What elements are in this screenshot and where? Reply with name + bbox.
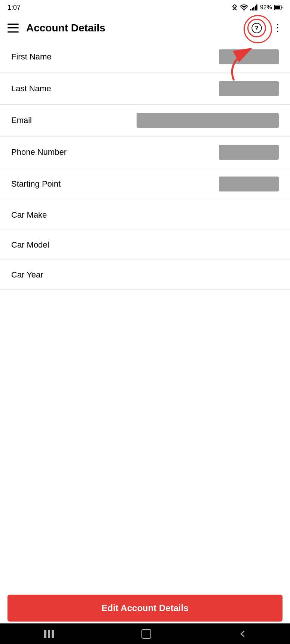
phone-number-label: Phone Number — [11, 147, 67, 157]
starting-point-row: Starting Point — [0, 168, 290, 200]
car-model-label: Car Model — [11, 240, 49, 250]
help-button[interactable]: ? — [247, 19, 266, 37]
email-value — [137, 113, 279, 128]
first-name-value — [219, 49, 279, 64]
back-icon[interactable] — [238, 630, 247, 638]
signal-icon — [250, 4, 258, 10]
svg-rect-10 — [44, 630, 46, 638]
svg-point-7 — [252, 23, 262, 33]
svg-rect-1 — [252, 8, 253, 10]
more-options-icon[interactable]: ⋮ — [273, 22, 283, 34]
question-mark-icon: ? — [251, 23, 262, 33]
wifi-icon — [240, 4, 248, 10]
last-name-value — [219, 81, 279, 96]
svg-rect-4 — [256, 4, 257, 10]
edit-button-container: Edit Account Details — [7, 595, 283, 622]
recents-icon[interactable] — [43, 630, 55, 638]
bluetooth-icon — [232, 4, 238, 11]
svg-rect-13 — [142, 629, 151, 638]
svg-rect-2 — [253, 7, 254, 10]
app-bar: Account Details ? ⋮ — [0, 15, 290, 41]
phone-number-row: Phone Number — [0, 137, 290, 168]
battery-icon — [274, 5, 283, 10]
app-bar-left: Account Details — [7, 22, 106, 34]
app-bar-title: Account Details — [26, 22, 106, 34]
first-name-row: First Name — [0, 41, 290, 73]
status-icons: 92% — [232, 4, 283, 11]
phone-number-value — [219, 145, 279, 160]
form-fields: First Name Last Name Email Phone Number … — [0, 41, 290, 290]
email-label: Email — [11, 116, 32, 125]
email-row: Email — [0, 105, 290, 137]
hamburger-icon[interactable] — [7, 24, 19, 33]
starting-point-label: Starting Point — [11, 179, 61, 189]
app-bar-right: ? ⋮ — [247, 19, 283, 37]
car-model-row: Car Model — [0, 230, 290, 260]
bottom-nav-bar — [0, 623, 290, 644]
first-name-label: First Name — [11, 52, 52, 62]
svg-rect-12 — [52, 630, 54, 638]
car-make-label: Car Make — [11, 210, 47, 220]
edit-account-details-button[interactable]: Edit Account Details — [7, 595, 283, 622]
status-time: 1:07 — [7, 4, 21, 12]
last-name-row: Last Name — [0, 73, 290, 105]
svg-rect-0 — [250, 9, 251, 10]
svg-rect-6 — [275, 6, 280, 9]
home-icon[interactable] — [141, 629, 152, 639]
svg-rect-11 — [48, 630, 50, 638]
last-name-label: Last Name — [11, 84, 51, 93]
car-year-row: Car Year — [0, 260, 290, 290]
svg-rect-3 — [255, 6, 256, 10]
status-bar: 1:07 92% — [0, 0, 290, 15]
car-year-label: Car Year — [11, 270, 43, 280]
car-make-row: Car Make — [0, 200, 290, 230]
battery-percent: 92% — [260, 4, 272, 11]
starting-point-value — [219, 177, 279, 191]
svg-text:?: ? — [255, 24, 259, 31]
